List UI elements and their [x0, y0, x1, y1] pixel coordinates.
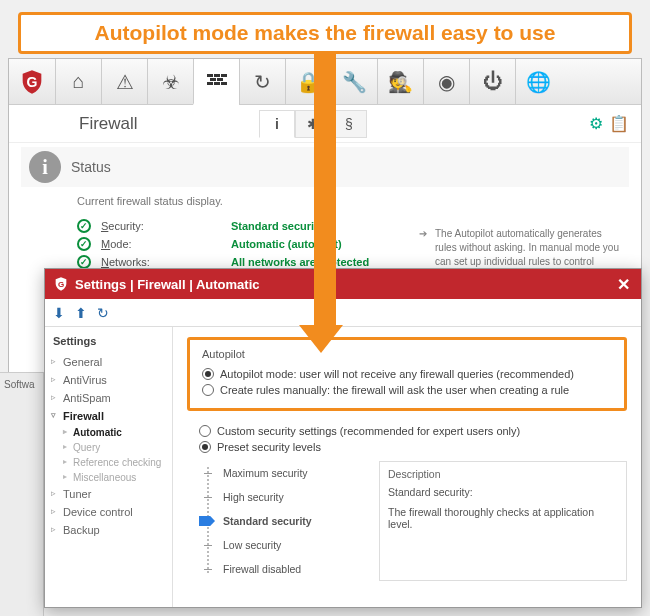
- slider-level[interactable]: Firewall disabled: [223, 557, 359, 581]
- check-icon: ✓: [77, 237, 91, 251]
- close-icon: ✕: [617, 275, 630, 294]
- nav-item-firewall[interactable]: Firewall: [51, 407, 166, 425]
- desc-heading: Description: [388, 468, 618, 480]
- nav-sub-automatic[interactable]: Automatic: [51, 425, 166, 440]
- settings-title: Settings | Firewall | Automatic: [75, 277, 260, 292]
- slider-level[interactable]: Maximum security: [223, 461, 359, 485]
- section-icon: §: [345, 116, 353, 132]
- reset-icon[interactable]: ↻: [97, 305, 109, 321]
- svg-rect-1: [207, 74, 213, 77]
- wrench-icon: 🔧: [342, 70, 367, 94]
- gauge-icon: ◉: [438, 70, 455, 94]
- callout-text: Autopilot mode makes the firewall easy t…: [95, 21, 556, 44]
- settings-titlebar[interactable]: G Settings | Firewall | Automatic ✕: [45, 269, 641, 299]
- check-icon: ✓: [77, 255, 91, 269]
- radio-icon: [202, 368, 214, 380]
- radio-icon: [199, 441, 211, 453]
- mini-tab-info[interactable]: i: [259, 110, 295, 138]
- globe-icon: 🌐: [526, 70, 551, 94]
- nav-item-antispam[interactable]: AntiSpam: [51, 389, 166, 407]
- radio-preset-security[interactable]: Preset security levels: [199, 439, 627, 455]
- nav-sub-miscellaneous[interactable]: Miscellaneous: [51, 470, 166, 485]
- slider-level[interactable]: Low security: [223, 533, 359, 557]
- settings-window: G Settings | Firewall | Automatic ✕ ⬇ ⬆ …: [44, 268, 642, 608]
- settings-nav: Settings GeneralAntiVirusAntiSpamFirewal…: [45, 327, 173, 607]
- radio-custom-security[interactable]: Custom security settings (recommended fo…: [199, 423, 627, 439]
- security-slider[interactable]: Maximum securityHigh securityStandard se…: [199, 461, 359, 581]
- callout-arrow: [310, 50, 340, 353]
- power-icon: ⏻: [483, 70, 503, 93]
- tab-power[interactable]: ⏻: [469, 59, 515, 104]
- nav-item-tuner[interactable]: Tuner: [51, 485, 166, 503]
- autopilot-title: Autopilot: [202, 348, 612, 360]
- security-group: Custom security settings (recommended fo…: [187, 423, 627, 581]
- status-label[interactable]: Networks:: [101, 256, 221, 268]
- slider-level[interactable]: High security: [223, 485, 359, 509]
- firewall-icon: [206, 70, 228, 92]
- truncated-label: Softwa: [4, 379, 35, 390]
- tab-globe[interactable]: 🌐: [515, 59, 561, 104]
- svg-text:G: G: [27, 73, 38, 89]
- tab-monitor[interactable]: ⚠: [101, 59, 147, 104]
- svg-rect-8: [221, 82, 227, 85]
- tab-virus[interactable]: ☣: [147, 59, 193, 104]
- tab-gauge[interactable]: ◉: [423, 59, 469, 104]
- dashboard-icon: ⌂: [72, 70, 84, 93]
- autopilot-group: Autopilot Autopilot mode: user will not …: [187, 337, 627, 411]
- gear-icon[interactable]: ⚙: [589, 114, 603, 133]
- status-value: All networks are protected: [231, 256, 369, 268]
- agent-icon: 🕵: [388, 70, 413, 94]
- radio-icon: [202, 384, 214, 396]
- status-label[interactable]: Mode:: [101, 238, 221, 250]
- app-logo: G: [9, 59, 55, 104]
- tab-agent[interactable]: 🕵: [377, 59, 423, 104]
- radio-label: Preset security levels: [217, 441, 321, 453]
- export-icon[interactable]: ⬆: [75, 305, 87, 321]
- check-icon: ✓: [77, 219, 91, 233]
- info-icon: i: [29, 151, 61, 183]
- page-title: Firewall: [79, 114, 259, 134]
- nav-item-general[interactable]: General: [51, 353, 166, 371]
- nav-sub-reference-checking[interactable]: Reference checking: [51, 455, 166, 470]
- settings-panel: Autopilot Autopilot mode: user will not …: [173, 327, 641, 607]
- nav-item-backup[interactable]: Backup: [51, 521, 166, 539]
- tab-dashboard[interactable]: ⌂: [55, 59, 101, 104]
- nav-item-device-control[interactable]: Device control: [51, 503, 166, 521]
- callout-banner: Autopilot mode makes the firewall easy t…: [18, 12, 632, 54]
- slider-level[interactable]: Standard security: [223, 509, 359, 533]
- settings-toolbar: ⬇ ⬆ ↻: [45, 299, 641, 327]
- monitor-icon: ⚠: [116, 70, 134, 94]
- status-desc: Current firewall status display.: [77, 195, 629, 207]
- clipboard-icon[interactable]: 📋: [609, 114, 629, 133]
- truncated-side-panel: Softwa: [0, 372, 44, 616]
- desc-text: The firewall thoroughly checks at applic…: [388, 506, 618, 530]
- radio-label: Autopilot mode: user will not receive an…: [220, 368, 574, 380]
- nav-item-antivirus[interactable]: AntiVirus: [51, 371, 166, 389]
- radio-icon: [199, 425, 211, 437]
- svg-text:G: G: [58, 280, 64, 289]
- radio-label: Create rules manually: the firewall will…: [220, 384, 569, 396]
- biohazard-icon: ☣: [162, 70, 180, 94]
- nav-sub-query[interactable]: Query: [51, 440, 166, 455]
- info-icon: i: [275, 116, 279, 132]
- radio-label: Custom security settings (recommended fo…: [217, 425, 520, 437]
- radio-manual-mode[interactable]: Create rules manually: the firewall will…: [202, 382, 612, 398]
- security-description-box: Description Standard security: The firew…: [379, 461, 627, 581]
- tab-firewall[interactable]: [193, 59, 239, 105]
- desc-name: Standard security:: [388, 486, 618, 498]
- svg-rect-4: [210, 78, 216, 81]
- close-button[interactable]: ✕: [605, 269, 641, 299]
- status-heading: Status: [71, 159, 111, 175]
- refresh-icon: ↻: [254, 70, 271, 94]
- tab-refresh[interactable]: ↻: [239, 59, 285, 104]
- svg-rect-5: [217, 78, 223, 81]
- import-icon[interactable]: ⬇: [53, 305, 65, 321]
- radio-autopilot-mode[interactable]: Autopilot mode: user will not receive an…: [202, 366, 612, 382]
- settings-nav-title: Settings: [51, 335, 166, 347]
- svg-rect-2: [214, 74, 220, 77]
- status-label[interactable]: Security:: [101, 220, 221, 232]
- shield-icon: G: [53, 276, 69, 292]
- svg-rect-6: [207, 82, 213, 85]
- page-actions: ⚙ 📋: [589, 114, 629, 133]
- slider-thumb[interactable]: [199, 516, 215, 526]
